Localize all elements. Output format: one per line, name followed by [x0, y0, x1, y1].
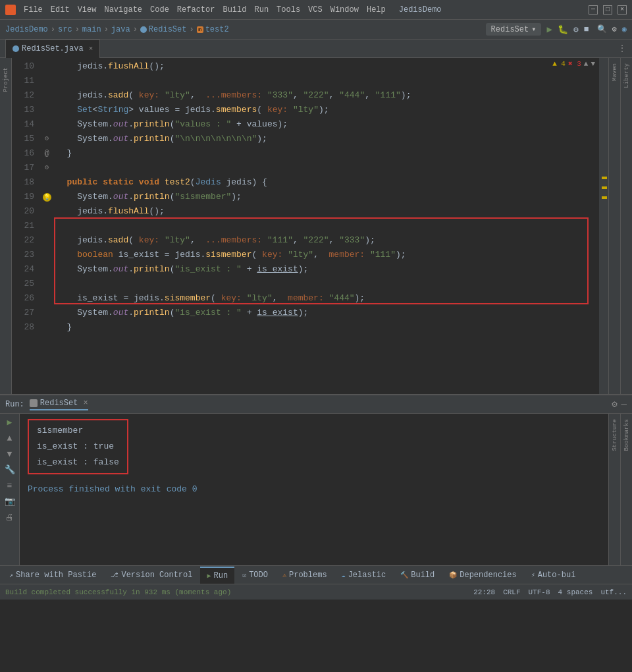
todo-label: TODO: [249, 571, 268, 580]
tab-close-button[interactable]: ×: [89, 45, 93, 53]
scroll-up-button[interactable]: ▲: [4, 432, 16, 444]
menu-run[interactable]: Run: [254, 5, 269, 14]
editor-scrollbar[interactable]: [599, 58, 608, 394]
search-icon[interactable]: 🔍: [597, 24, 607, 34]
menu-window[interactable]: Window: [330, 5, 359, 14]
breadcrumb-src[interactable]: src: [58, 25, 72, 34]
bottom-tab-auto[interactable]: ⚡ Auto-bui: [525, 567, 583, 584]
breadcrumb-redisset[interactable]: RedisSet: [140, 25, 187, 34]
run-output: sismember is_exist : true is_exist : fal…: [20, 414, 608, 565]
bookmarks-label[interactable]: Bookmarks: [623, 419, 630, 451]
run-config[interactable]: RedisSet ▾: [486, 23, 542, 36]
breadcrumb-main[interactable]: main: [82, 25, 101, 34]
menu-vcs[interactable]: VCS: [308, 5, 323, 14]
structure-label[interactable]: Structure: [612, 419, 618, 451]
settings-icon[interactable]: ⚙: [612, 24, 617, 34]
minimize-panel-icon[interactable]: —: [621, 399, 627, 410]
debug-button[interactable]: 🐛: [558, 24, 568, 35]
encoding[interactable]: UTF-8: [529, 588, 550, 596]
liberty-label[interactable]: Liberty: [623, 63, 630, 88]
code-line-20: jedis.flushAll();: [54, 204, 599, 219]
run-panel: Run: RedisSet × ⚙ — ▶ ▲ ▼ 🔧 ≡ 📷 🖨: [0, 394, 632, 565]
code-line-13: Set<String> values = jedis.smembers( key…: [54, 103, 599, 117]
code-line-25: [54, 277, 599, 291]
gutter: ⊖ @ ⊖ 💡: [40, 58, 54, 394]
problems-icon: ⚠: [282, 571, 286, 579]
menu-view[interactable]: View: [78, 5, 97, 14]
menu-code[interactable]: Code: [150, 5, 169, 14]
project-label[interactable]: Project: [3, 67, 9, 92]
scroll-down-button[interactable]: ▼: [4, 448, 16, 460]
bulb-icon[interactable]: 💡: [40, 190, 54, 204]
bottom-tab-build[interactable]: 🔨 Build: [394, 567, 441, 584]
bottom-tab-deps[interactable]: 📦 Dependencies: [442, 567, 523, 584]
code-line-16: }: [54, 146, 599, 161]
line-num-14: 14: [12, 117, 34, 132]
tab-more-button[interactable]: ⋮: [618, 43, 627, 54]
menu-help[interactable]: Help: [367, 5, 386, 14]
problem-indicators[interactable]: ▲ 4 ✖ 3 ▲ ▼: [552, 59, 595, 68]
bottom-tab-share[interactable]: ↗ Share with Pastie: [3, 567, 103, 584]
output-line-2: is_exist : true: [37, 439, 119, 455]
nav-down[interactable]: ▼: [591, 60, 595, 68]
line-num-13: 13: [12, 103, 34, 117]
stop-button[interactable]: ■: [584, 24, 589, 34]
line-ending[interactable]: CRLF: [503, 588, 520, 596]
breadcrumb-jedisdemo[interactable]: JedisDemo: [5, 25, 48, 34]
bottom-tab-todo[interactable]: ☑ TODO: [236, 567, 275, 584]
fold-btn-16[interactable]: ⊖: [40, 132, 54, 146]
structure-sidebar: Structure: [608, 414, 620, 565]
nav-up[interactable]: ▲: [584, 60, 589, 68]
warning-count: ▲ 4: [552, 60, 566, 68]
output-box: sismember is_exist : true is_exist : fal…: [28, 419, 128, 474]
close-button[interactable]: ×: [618, 5, 627, 14]
code-line-19: System.out.println("sismember");: [54, 190, 599, 204]
maximize-button[interactable]: □: [603, 5, 612, 14]
line-num-22: 22: [12, 233, 34, 248]
run-content: ▶ ▲ ▼ 🔧 ≡ 📷 🖨 sismember is_exist : true …: [0, 414, 632, 565]
problems-label: Problems: [289, 571, 327, 580]
menu-build[interactable]: Build: [223, 5, 246, 14]
filter-button[interactable]: ≡: [4, 480, 16, 491]
menu-navigate[interactable]: Navigate: [104, 5, 142, 14]
run-config-chevron: ▾: [531, 24, 536, 34]
menu-tools[interactable]: Tools: [276, 5, 300, 14]
todo-icon: ☑: [242, 571, 246, 579]
code-line-21: [54, 219, 599, 233]
auto-icon: ⚡: [531, 571, 535, 579]
code-line-18: public static void test2(Jedis jedis) {: [54, 175, 599, 190]
run-sidebar-buttons: ▶ ▲ ▼ 🔧 ≡ 📷 🖨: [0, 414, 20, 565]
code-line-27: System.out.println("is_exist : " + is_ex…: [54, 306, 599, 320]
print-button[interactable]: 🖨: [4, 511, 16, 523]
indent-display[interactable]: 4 spaces: [558, 588, 593, 596]
left-panel-strip: Project: [0, 58, 12, 394]
line-num-12: 12: [12, 88, 34, 103]
play-button[interactable]: ▶: [4, 416, 16, 428]
run-label: Run:: [5, 400, 24, 409]
run-tab-redisset[interactable]: RedisSet ×: [30, 399, 88, 410]
toolbar: JedisDemo › src › main › java › RedisSet…: [0, 20, 632, 40]
coverage-button[interactable]: ⚙: [573, 24, 579, 35]
line-num-21: 21: [12, 219, 34, 233]
tools-button[interactable]: 🔧: [4, 464, 16, 476]
menu-refactor[interactable]: Refactor: [177, 5, 215, 14]
maven-label[interactable]: Maven: [612, 63, 618, 81]
camera-button[interactable]: 📷: [4, 495, 16, 507]
line-num-26: 26: [12, 291, 34, 306]
menu-edit[interactable]: Edit: [51, 5, 70, 14]
run-tab-close[interactable]: ×: [83, 399, 88, 408]
minimize-button[interactable]: ─: [589, 5, 598, 14]
breadcrumb-java[interactable]: java: [111, 25, 130, 34]
bottom-tab-vcs[interactable]: ⎇ Version Control: [104, 567, 199, 584]
fold-btn-18[interactable]: ⊖: [40, 161, 54, 175]
run-button[interactable]: ▶: [546, 24, 552, 35]
bottom-tab-run[interactable]: ▶ Run: [200, 567, 234, 584]
menu-file[interactable]: File: [24, 5, 43, 14]
window-controls: ─ □ ×: [589, 5, 627, 14]
tab-redisset-java[interactable]: RedisSet.java ×: [5, 40, 100, 58]
bottom-tab-problems[interactable]: ⚠ Problems: [276, 567, 334, 584]
settings-gear-icon[interactable]: ⚙: [612, 399, 617, 410]
code-line-15: System.out.println("\n\n\n\n\n\n\n");: [54, 132, 599, 146]
bottom-tab-jelastic[interactable]: ☁ Jelastic: [335, 567, 393, 584]
breadcrumb-test2[interactable]: m test2: [197, 25, 229, 34]
